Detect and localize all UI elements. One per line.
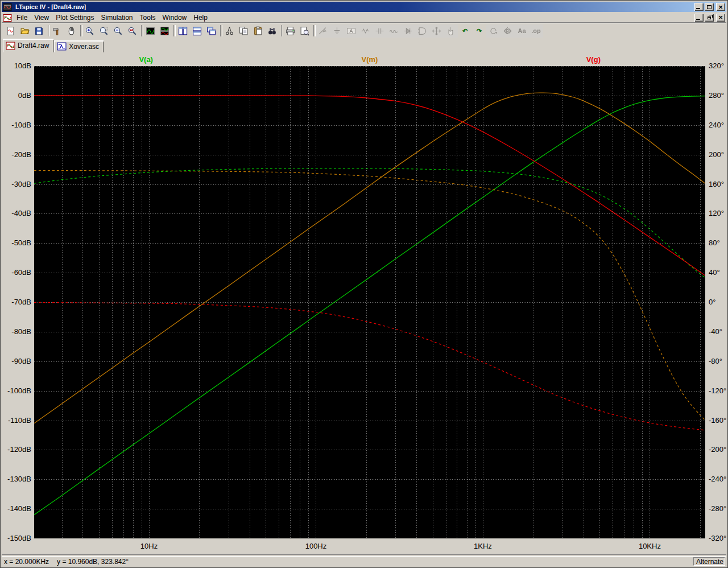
y-right-tick: 240° — [709, 121, 724, 129]
tile-vertical-button[interactable] — [176, 24, 190, 38]
app-window-buttons: × — [694, 3, 725, 11]
move-button — [429, 24, 444, 38]
status-mode: Alternate — [693, 557, 725, 566]
capacitor-icon — [375, 26, 384, 36]
menu-simulation[interactable]: Simulation — [98, 13, 136, 23]
child-window-buttons: × — [694, 14, 725, 22]
add-plot-pane-button[interactable] — [158, 24, 172, 38]
y-right-tick: 320° — [709, 62, 724, 70]
tile-horizontal-icon — [192, 26, 202, 36]
save-button[interactable] — [32, 24, 46, 38]
undo-button[interactable]: ↶ — [458, 24, 472, 38]
mirror-icon — [503, 26, 512, 36]
component-button — [415, 24, 429, 38]
halt-icon — [67, 26, 76, 36]
spice-directive-icon: .op — [531, 27, 541, 34]
y-left-tick: -10dB — [2, 121, 31, 129]
trace-label-V(m)[interactable]: V(m) — [362, 55, 378, 64]
app-close-button[interactable]: × — [716, 3, 725, 11]
ground-button — [330, 24, 344, 38]
app-maximize-button[interactable] — [705, 3, 714, 11]
y-left-tick: 10dB — [2, 62, 31, 70]
y-right-tick: 120° — [709, 209, 724, 217]
tile-horizontal-button[interactable] — [190, 24, 204, 38]
redo-button[interactable]: ↷ — [472, 24, 486, 38]
minimize-icon — [696, 8, 700, 9]
text-icon: Aa — [518, 27, 526, 34]
close-icon: × — [718, 14, 723, 20]
toolbar-separator — [46, 24, 50, 37]
open-icon — [20, 26, 30, 36]
mirror-button — [500, 24, 515, 38]
menu-window[interactable]: Window — [159, 13, 191, 23]
child-close-button[interactable]: × — [716, 14, 725, 22]
menu-tools[interactable]: Tools — [136, 13, 159, 23]
zoom-box-icon — [99, 26, 109, 36]
child-restore-button[interactable] — [705, 14, 714, 22]
ltspice-window: LTspice IV - [Draft4.raw] × FileViewPlot… — [0, 0, 728, 568]
ground-icon — [332, 26, 342, 36]
restore-icon — [708, 17, 711, 19]
draw-wire-button — [316, 24, 330, 38]
plot-canvas[interactable] — [34, 66, 705, 538]
y-right-tick: 160° — [709, 180, 724, 188]
component-icon — [417, 26, 427, 36]
resistor-button — [358, 24, 373, 38]
cut-button[interactable] — [222, 24, 237, 38]
y-right-tick: -320° — [709, 534, 726, 542]
zoom-box-button[interactable] — [97, 24, 111, 38]
menu-help[interactable]: Help — [190, 13, 211, 23]
zoom-full-button[interactable] — [125, 24, 139, 38]
rotate-button — [486, 24, 500, 38]
menu-view[interactable]: View — [31, 13, 52, 23]
trace-label-V(a)[interactable]: V(a) — [139, 55, 153, 64]
undo-icon: ↶ — [462, 27, 468, 35]
y-right-tick: -160° — [709, 417, 726, 425]
open-button[interactable] — [18, 24, 32, 38]
control-panel-button[interactable] — [50, 24, 64, 38]
zoom-in-button[interactable] — [82, 24, 97, 38]
menu-file[interactable]: File — [13, 13, 31, 23]
plot-area[interactable] — [34, 66, 705, 538]
trace-magnitude-V(m) — [34, 93, 705, 423]
y-right-tick: -200° — [709, 446, 726, 454]
paste-icon — [253, 26, 263, 36]
toolbar: ↶↷Aa.op — [2, 23, 726, 38]
toolbar-separator — [78, 24, 82, 37]
menu-plot-settings[interactable]: Plot Settings — [52, 13, 97, 23]
autorange-button[interactable] — [143, 24, 158, 38]
copy-icon — [239, 26, 249, 36]
new-schematic-button[interactable] — [3, 24, 18, 38]
y-right-tick: -120° — [709, 387, 726, 395]
tab-label: Xover.asc — [69, 43, 99, 51]
y-right-tick: 0° — [709, 298, 715, 306]
trace-label-V(g)[interactable]: V(g) — [586, 55, 601, 64]
x-tick: 10KHz — [639, 542, 661, 550]
app-minimize-button[interactable] — [694, 3, 704, 11]
net-label-button — [344, 24, 358, 38]
copy-button[interactable] — [237, 24, 251, 38]
zoom-in-icon — [85, 26, 94, 36]
y-left-tick: -130dB — [2, 475, 31, 483]
paste-button[interactable] — [251, 24, 265, 38]
zoom-out-button[interactable] — [111, 24, 125, 38]
net-label-icon — [346, 26, 356, 36]
cut-icon — [225, 26, 234, 36]
y-right-tick: -280° — [709, 505, 726, 513]
save-icon — [34, 26, 44, 36]
child-minimize-button[interactable] — [694, 14, 704, 22]
print-button[interactable] — [283, 24, 297, 38]
find-button[interactable] — [265, 24, 279, 38]
tab-draft4.raw[interactable]: Draft4.raw — [3, 39, 53, 52]
statusbar: x = 20.000KHz y = 10.960dB, 323.842° Alt… — [2, 556, 726, 566]
waveform-viewer: V(a)V(m)V(g) 10dB0dB-10dB-20dB-30dB-40dB… — [2, 52, 727, 557]
halt-button[interactable] — [64, 24, 78, 38]
print-preview-button[interactable] — [297, 24, 312, 38]
tab-xover.asc[interactable]: Xover.asc — [54, 40, 104, 52]
spice-directive-button: .op — [529, 24, 543, 38]
diode-button — [401, 24, 415, 38]
cascade-button[interactable] — [204, 24, 218, 38]
titlebar[interactable]: LTspice IV - [Draft4.raw] × — [2, 2, 726, 12]
x-tick: 10Hz — [140, 542, 158, 550]
resistor-icon — [361, 26, 370, 36]
